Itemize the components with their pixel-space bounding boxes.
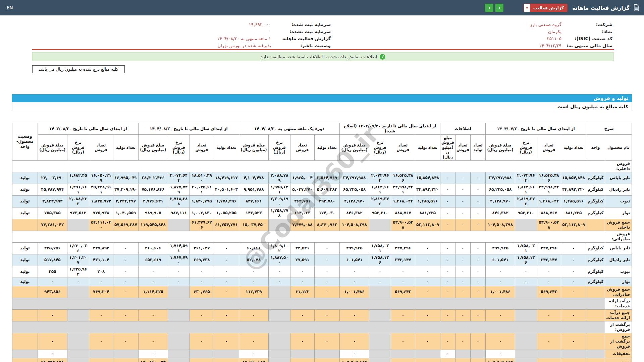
- value-cell: [415, 358, 440, 362]
- qty-produced-cell: ۳۴,۸۹۲,۲۲۰: [415, 184, 440, 195]
- amount-cell: ۰: [239, 278, 268, 286]
- info-row: سال مالی منتهی به:۱۴۰۴/۱۲/۲۹وضعیت ناشر:پ…: [32, 42, 614, 49]
- value-cell: [369, 350, 391, 358]
- rate-cell: [67, 333, 89, 350]
- amount-cell: ۰: [138, 333, 168, 350]
- unit-cell: کیلوگرم: [586, 242, 605, 254]
- product-status-cell: [12, 286, 38, 298]
- column-subheader: مبلغ فروش (میلیون ریال): [138, 135, 168, 161]
- next-report-button[interactable]: ›: [495, 4, 503, 12]
- section-header-row: فروش داخلی:: [12, 160, 632, 172]
- qty-produced-cell: ۸۸۱,۲۲۵: [561, 207, 586, 219]
- info-label: سرمایه ثبت شده:: [272, 21, 332, 28]
- qty-sold-cell: ۳۳,۵۳۱: [290, 242, 314, 254]
- qty-produced-cell: ۰: [113, 333, 138, 350]
- info-label: کد صنعت (ISIC):: [563, 35, 614, 42]
- amount-cell: ۰: [38, 333, 67, 350]
- value-cell: [268, 350, 290, 358]
- sum-row: جمع درآمد ارائه خدمات۰۰۰۰۰۰۰۰۰۰۰۰۰۰۰۰۰۰: [12, 309, 632, 321]
- qty-produced-cell: ۱,۴۸۵,۵۱۶: [561, 195, 586, 207]
- qty-sold-cell: ۳۳۷,۸۹۲: [89, 242, 113, 254]
- unit-cell: کیلوگرم: [586, 254, 605, 266]
- value-cell: [67, 358, 89, 362]
- qty-produced-cell: ۳۴,۸۹۲,۲۲۰: [561, 184, 586, 195]
- product-name-cell: نوار: [605, 207, 632, 219]
- qty-produced-cell: ۰: [314, 278, 339, 286]
- amount-cell: ۴,۹۷۶,۶۳۱: [138, 195, 168, 207]
- report-content: تولید و فروش کلیه مبالغ به میلیون ریال ا…: [12, 94, 632, 362]
- adjustment-cell: ۰: [440, 184, 455, 195]
- adjustment-cell: ۰: [455, 195, 470, 207]
- column-subheader: تعداد فروش: [290, 135, 314, 161]
- qty-sold-cell: ۰: [190, 266, 214, 278]
- amount-cell: ۲۵۵: [38, 266, 67, 278]
- info-label: سال مالی منتهی به:: [563, 42, 614, 49]
- amount-cell: ۱۰۵,۵۰۹,۸۸۴: [339, 358, 369, 362]
- amount-cell: ۸۳۷,۶۶۱: [239, 195, 268, 207]
- rate-cell: [369, 219, 391, 231]
- product-name-cell: تایر رادیال: [605, 184, 632, 195]
- rate-cell: ۱,۲۶۰,۰۳۶: [67, 242, 89, 254]
- adjustment-cell: ۰: [440, 333, 455, 350]
- total-label-cell: جمع: [605, 358, 632, 362]
- section-label-cell: درآمد ارائه خدمات:: [605, 298, 632, 309]
- qty-produced-cell: ۰: [314, 266, 339, 278]
- product-status-cell: تولید: [12, 172, 38, 184]
- qty-produced-cell: ۰: [415, 309, 440, 321]
- product-row: تیوبکیلوگرم۱,۴۸۵,۵۱۶۱,۴۶۸,۰۴۴۲,۸۱۹,۳۷۶۴,…: [12, 195, 632, 207]
- column-group-header: اصلاحات: [440, 123, 485, 135]
- column-subheader: تعداد تولید: [470, 135, 485, 161]
- qty-sold-cell: ۰: [537, 333, 561, 350]
- report-type-dropdown[interactable]: گزارش فعالیت ▾: [524, 4, 568, 12]
- value-cell: [537, 350, 561, 358]
- amount-cell: ۴,۱۰۴,۴۷۸: [239, 172, 268, 184]
- report-document-icon[interactable]: [633, 4, 639, 11]
- qty-sold-cell: ۰: [537, 266, 561, 278]
- qty-sold-cell: ۲۶۱,۰۲۷: [190, 242, 214, 254]
- qty-sold-cell: ۳۴۲,۱۴۷: [537, 254, 561, 266]
- amount-cell: ۰: [38, 350, 67, 358]
- adjustment-cell: ۰: [470, 278, 485, 286]
- qty-produced-cell: ۱۵,۸۵۴,۸۴۸: [561, 172, 586, 184]
- sum-row: جمع فروش داخلی۵۳,۱۱۳,۸۰۹۵۳,۹۰۰,۵۳۸۱۰۴,۵۰…: [12, 219, 632, 231]
- info-row: شرکت:گروه صنعتی بارزسرمایه ثبت شده:۱۹,۶۹…: [32, 21, 614, 28]
- product-status-cell: تولید: [12, 207, 38, 219]
- product-row: تایر رادیالکیلوگرم۰۳۴۲,۱۴۷۱,۷۵۸,۱۳۶۶۰۱,۵…: [12, 254, 632, 266]
- value-cell: [561, 350, 586, 358]
- rate-cell: [515, 333, 537, 350]
- production-sales-head: شرحاز ابتدای سال مالی تا تاریخ ۱۴۰۴/۰۷/۳…: [12, 123, 632, 161]
- report-nav-arrows: › ‹: [485, 4, 503, 12]
- qty-sold-cell: ۴۳۱,۱۰۴: [89, 254, 113, 266]
- sum-label-cell: جمع فروش داخلی: [605, 219, 632, 231]
- rate-cell: ۰: [268, 266, 290, 278]
- section-header-row: فروش صادراتی:: [12, 231, 632, 242]
- column-subheader: نرخ فروش (ریال): [67, 135, 89, 161]
- rate-cell: [268, 219, 290, 231]
- adjustment-cell: ۰: [440, 254, 455, 266]
- discounts-row: تخفیفات۰۰۰۰۰۰: [12, 350, 632, 358]
- rate-cell: [369, 333, 391, 350]
- amount-cell: ۳۸,۴۰۲,۴۶۶: [138, 172, 168, 184]
- amount-cell: ۷۸,۳۲۴,۸۹۸: [38, 358, 67, 362]
- grand-total-row: جمع۱۰۵,۵۰۹,۸۸۴۰۱۰۵,۵۰۹,۸۸۴۱۵,۱۵۰,۱۸۹۱۲۰,…: [12, 358, 632, 362]
- adjustment-cell: ۰: [470, 219, 485, 231]
- rate-cell: ۱,۲۰۱,۲۰۷: [67, 254, 89, 266]
- adjustment-cell: ۰: [470, 333, 485, 350]
- rate-cell: ۱,۲۲۵,۹۶۲: [67, 266, 89, 278]
- qty-sold-cell: ۳۴,۹۹۸,۳۴۱: [537, 184, 561, 195]
- amount-cell: ۰: [38, 278, 67, 286]
- amount-cell: ۱۰۴,۵۰۸,۳۹۸: [485, 219, 515, 231]
- qty-produced-cell: ۰: [314, 242, 339, 254]
- qty-produced-cell: ۱۵,۸۵۴,۸۴۸: [415, 172, 440, 184]
- info-label: گزارش فعالیت ماهانه: [272, 35, 332, 42]
- amount-cell: ۰: [339, 350, 369, 358]
- rate-cell: [268, 286, 290, 298]
- rate-cell: ۹۵۲,۳۱۰: [369, 207, 391, 219]
- company-info-body: شرکت:گروه صنعتی بارزسرمایه ثبت شده:۱۹,۶۹…: [32, 21, 614, 49]
- rate-cell: ۲,۸۱۹,۳۷۶: [515, 195, 537, 207]
- column-subheader: نرخ فروش (ریال): [515, 135, 537, 161]
- prev-report-button[interactable]: ‹: [485, 4, 493, 12]
- adjustment-cell: ۰: [470, 286, 485, 298]
- qty-produced-cell: ۰: [113, 309, 138, 321]
- language-toggle-en[interactable]: EN: [5, 5, 13, 10]
